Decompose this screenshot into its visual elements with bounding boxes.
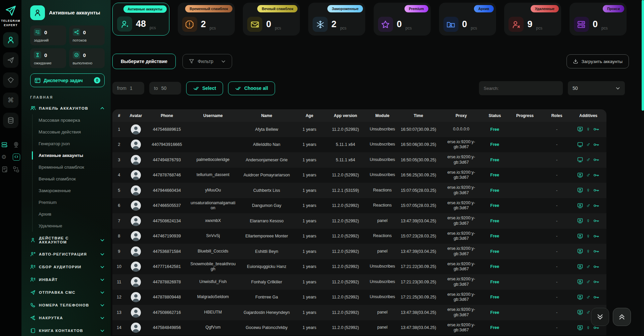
status-card[interactable]: Замороженные 2 pcs (308, 3, 365, 36)
choose-action-button[interactable]: Выберите действие (112, 54, 176, 69)
female-icon[interactable]: ♀ (586, 126, 590, 132)
swap-tiles-icon[interactable] (13, 166, 20, 173)
sidebar-subitem[interactable]: Архив (33, 208, 105, 220)
male-icon[interactable]: ♂ (586, 157, 590, 163)
to-input[interactable] (161, 86, 171, 91)
monitor-x-icon[interactable] (577, 203, 583, 209)
monitor-x-icon[interactable] (577, 126, 583, 132)
select-button[interactable]: Select (186, 81, 223, 95)
status-card[interactable]: Архив 0 pcs (439, 3, 496, 36)
male-icon[interactable]: ♂ (586, 310, 590, 315)
scrollbar-thumb[interactable] (642, 0, 644, 111)
monitor-x-icon[interactable] (577, 172, 583, 178)
sidebar-subitem[interactable]: Вечный спамблок (33, 173, 105, 185)
scroll-to-bottom-button[interactable] (591, 308, 609, 326)
sidebar-subitem[interactable]: Активные аккаунты (33, 150, 105, 161)
page-size-select[interactable]: 50 (568, 81, 625, 95)
filter-dropdown[interactable]: Фильтр (182, 54, 232, 69)
table-row[interactable]: 10 447771642581 Snowmobile_breakthrough … (112, 259, 606, 275)
sidebar-subitem[interactable]: Premium (33, 197, 105, 208)
status-card[interactable]: Удаленные 9 pcs (504, 3, 561, 36)
key-icon[interactable] (593, 249, 599, 254)
choose-all-button[interactable]: Choose all (228, 81, 275, 95)
key-icon[interactable] (593, 127, 599, 132)
page-scrollbar[interactable] (642, 0, 644, 336)
table-row[interactable]: 14 447584849856 QgfVsm Gocewu Patoncchrk… (112, 320, 606, 336)
document-check-icon[interactable] (1, 166, 9, 173)
status-card[interactable]: Прокси 0 pcs (570, 3, 627, 36)
key-icon[interactable] (593, 234, 599, 239)
sidebar-menu-item[interactable]: ИНВАЙТ (30, 273, 105, 286)
monitor-icon[interactable] (577, 157, 583, 163)
search-field[interactable] (479, 81, 563, 95)
monitor-x-icon[interactable] (577, 233, 583, 239)
table-row[interactable]: 8 447467190939 SnVvSj Ellartemporeee Mon… (112, 229, 606, 244)
code-window-icon[interactable] (13, 154, 20, 161)
table-row[interactable]: 13 447508662716 HBEUTM Gajardostin Heney… (112, 305, 606, 320)
sidebar-menu-item[interactable]: ДЕЙСТВИЕ С АККАУНТОМ (30, 232, 105, 248)
status-card[interactable]: Временный спамблок 2 pcs (178, 3, 235, 36)
gear-icon[interactable]: ⚙ (1, 154, 9, 161)
table-row[interactable]: 12 447878809448 MalgradoSeldom Fontrree … (112, 290, 606, 305)
sidebar-item-accounts-panel[interactable]: ПАНЕЛЬ АККАУНТОВ (30, 105, 105, 111)
female-icon[interactable]: ♀ (586, 187, 590, 193)
male-icon[interactable]: ♂ (586, 172, 590, 178)
table-row[interactable]: 11 447878826978 Unwistful_Fish Fonhaly C… (112, 274, 606, 290)
female-icon[interactable]: ♀ (586, 233, 590, 239)
status-card[interactable]: Premium 0 pcs (374, 3, 431, 36)
sidebar-menu-item[interactable]: КНИГА КОНТАКТОВ (30, 324, 105, 336)
sidebar-subitem[interactable]: Удаленные (33, 220, 105, 232)
table-row[interactable]: 4 447878768746 tellurium_dassent Auidrce… (112, 168, 606, 183)
key-icon[interactable] (593, 295, 599, 300)
scroll-to-top-button[interactable] (613, 308, 631, 326)
key-icon[interactable] (593, 173, 599, 178)
table-row[interactable]: 7 447508624134 xwxmbX Elararraro Kesoso … (112, 213, 606, 229)
to-field[interactable]: to (149, 82, 181, 95)
monitor-x-icon[interactable] (577, 325, 583, 331)
monitor-x-icon[interactable] (577, 279, 583, 285)
key-icon[interactable] (593, 264, 599, 269)
table-row[interactable]: 3 447494876793 palmettocoleridge Anderso… (112, 152, 606, 168)
sidebar-subitem[interactable]: Массовая проверка (33, 114, 105, 126)
table-row[interactable]: 1 447546889615 Afyta Bellew 1 years 11.2… (112, 122, 606, 137)
key-icon[interactable] (593, 188, 599, 193)
rail-accounts-button[interactable] (3, 32, 18, 48)
sidebar-subitem[interactable]: Замороженные (33, 185, 105, 197)
male-icon[interactable]: ♂ (586, 142, 590, 148)
from-field[interactable]: from (112, 82, 144, 95)
from-input[interactable] (130, 86, 140, 91)
sidebar-menu-item[interactable]: НАКРУТКА (30, 312, 105, 324)
sidebar-menu-item[interactable]: ОТПРАВКА СМС (30, 286, 105, 299)
sidebar-menu-item[interactable]: НОМЕРА ТЕЛЕФОНОВ (30, 299, 105, 312)
male-icon[interactable]: ♂ (586, 264, 590, 270)
table-row[interactable]: 9 447536871584 Bluebill_Coccids Eshittli… (112, 244, 606, 259)
monitor-x-icon[interactable] (577, 187, 583, 193)
key-icon[interactable] (593, 157, 599, 162)
key-icon[interactable] (593, 142, 599, 147)
sidebar-subitem[interactable]: Генератор json (33, 138, 105, 150)
monitor-x-icon[interactable] (577, 218, 583, 224)
monitor-x-icon[interactable] (577, 310, 583, 315)
male-icon[interactable]: ♂ (586, 294, 590, 300)
key-icon[interactable] (593, 203, 599, 208)
sidebar-menu-item[interactable]: АВТО-РЕГИСТРАЦИЯ (30, 248, 105, 261)
sidebar-subitem[interactable]: Массовые действия (33, 126, 105, 138)
webcam-user-icon[interactable] (13, 142, 20, 148)
key-icon[interactable] (593, 218, 599, 223)
monitor-x-icon[interactable] (577, 294, 583, 300)
female-icon[interactable]: ♀ (586, 218, 590, 224)
rail-command-button[interactable]: ⌘ (3, 93, 18, 108)
sidebar-subitem[interactable]: Временный спамблок (33, 161, 105, 173)
key-icon[interactable] (593, 279, 599, 284)
female-icon[interactable]: ♀ (586, 325, 590, 331)
male-icon[interactable]: ♂ (586, 203, 590, 209)
rail-database-button[interactable] (3, 113, 18, 128)
male-icon[interactable]: ♂ (586, 279, 590, 285)
monitor-x-icon[interactable] (577, 264, 583, 270)
server-check-icon[interactable] (1, 142, 9, 148)
status-card[interactable]: Активные аккаунты 48 pcs (112, 3, 169, 36)
task-dispatcher-button[interactable]: Диспетчер задач 0 (30, 73, 105, 87)
table-row[interactable]: 5 447944660434 yMuuOu Cuthbertx Liss 1 y… (112, 183, 606, 198)
key-icon[interactable] (593, 325, 599, 330)
rail-send-button[interactable] (3, 52, 18, 68)
